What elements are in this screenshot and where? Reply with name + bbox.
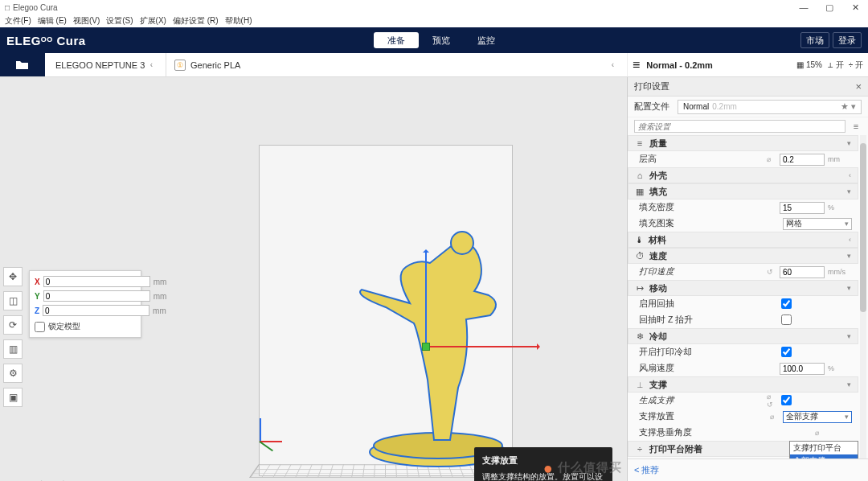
menu-help[interactable]: 帮助(H) [223,15,254,27]
model-object[interactable] [338,219,522,468]
tab-prepare[interactable]: 准备 [374,32,419,48]
watermark: ● 什么值得买 [543,459,622,478]
star-icon: ★ ▾ [841,101,856,112]
profile-summary-label: Normal - 0.2mm [640,60,713,70]
gizmo-origin[interactable] [422,343,430,351]
menu-edit[interactable]: 编辑 (E) [36,15,68,27]
setting-z-hop: 回抽时 Z 抬升 [639,314,776,326]
adhesion-icon: ÷ [635,444,645,454]
setting-infill-density: 填充密度 [639,202,764,213]
chevron-down-icon: ‹ [145,60,158,69]
profile-summary-icon: ≡ [628,58,640,72]
folder-icon [15,60,30,71]
link-icon[interactable]: ⌀ [815,429,825,437]
category-material[interactable]: 🌡材料‹ [628,232,858,248]
category-speed[interactable]: ⏱速度▾ [628,248,858,264]
z-hop-checkbox[interactable] [781,314,792,325]
viewport-3d[interactable]: ✥ ◫ ⟳ ▥ ⚙ ▣ Xmm Ymm Zmm 锁定模型 对象列表 街头霸王沙加… [0,77,627,481]
gizmo-x-axis[interactable] [426,346,538,347]
speed-icon: ⏱ [635,251,645,261]
support-icon: ⟂ [635,380,645,389]
setting-retraction: 启用回抽 [639,298,776,310]
search-settings-input[interactable] [634,120,845,133]
infill-pattern-select[interactable]: 网格 [783,218,852,230]
move-panel: Xmm Ymm Zmm 锁定模型 [29,270,141,338]
profile-selector[interactable]: Normal 0.2mm ★ ▾ [678,100,862,114]
category-support[interactable]: ⟂支撑▾ [628,376,858,393]
menu-view[interactable]: 视图(V) [72,15,101,27]
material-selector[interactable]: ① Generic PLA ‹ [166,53,627,76]
print-settings-summary[interactable]: ≡ Normal - 0.2mm 15% ⊥ 开 ÷ 开 [627,53,868,76]
svg-point-2 [451,232,473,254]
setting-overhang-angle: 支撑悬垂角度 [639,427,812,438]
category-travel[interactable]: ↦移动▾ [628,280,858,296]
setting-support-enable: 生成支撑 [639,395,764,406]
setting-support-placement: 支撑放置 [639,411,767,422]
category-quality[interactable]: ≡质量▾ [628,135,858,151]
dropdown-option-everywhere[interactable]: 全部支撑 [790,454,858,458]
tool-mirror[interactable]: ▥ [3,339,23,359]
support-summary: ⊥ 开 [827,60,844,71]
move-x-input[interactable] [43,276,150,287]
move-y-input[interactable] [43,290,150,302]
app-logo: ELEGOO Cura [6,34,86,47]
layer-height-input[interactable] [780,154,825,166]
retraction-checkbox[interactable] [781,298,792,309]
close-button[interactable]: ✕ [842,0,868,14]
menu-preferences[interactable]: 偏好设置 (R) [171,15,220,27]
link-icon[interactable]: ⌀ [770,413,780,421]
maximize-button[interactable]: ▢ [817,0,842,14]
category-cooling[interactable]: ❄冷却▾ [628,328,858,344]
move-z-input[interactable] [43,305,149,316]
recommended-link[interactable]: < 推荐 [634,464,659,476]
fan-speed-input[interactable] [780,363,825,375]
support-placement-select[interactable]: 全部支撑 [783,411,852,423]
close-settings-button[interactable]: × [855,80,862,92]
settings-visibility-menu[interactable]: ≡ [850,121,862,131]
window-title: Elegoo Cura [13,3,58,12]
settings-panel-title: 打印设置 [634,80,669,92]
support-placement-dropdown: 支撑打印平台 全部支撑 [789,441,858,458]
infill-icon: ▦ [635,187,645,197]
tool-move[interactable]: ✥ [3,267,23,286]
menu-settings[interactable]: 设置(S) [104,15,134,27]
setting-print-speed: 打印速度 [639,266,764,278]
support-enable-checkbox[interactable] [781,395,792,405]
category-walls[interactable]: ⌂外壳‹ [628,167,858,183]
setting-fan-enable: 开启打印冷却 [639,347,776,358]
infill-summary: 15% [796,60,822,69]
infill-density-input[interactable] [780,202,825,214]
minimize-button[interactable]: — [791,0,817,14]
material-name: Generic PLA [190,60,240,70]
link-icon[interactable]: ⌀ ↺ [767,393,776,409]
tab-monitor[interactable]: 监控 [464,32,509,48]
printer-selector[interactable]: ELEGOO NEPTUNE 3 ‹ [45,53,166,76]
print-speed-input[interactable] [780,266,825,278]
menu-extensions[interactable]: 扩展(X) [138,15,168,27]
tool-rotate[interactable]: ⟳ [3,315,23,335]
link-icon[interactable]: ⌀ [767,155,776,163]
category-infill[interactable]: ▦填充▾ [628,183,858,199]
profile-label: 配置文件 [634,101,678,113]
unit-mm: mm [154,278,167,286]
gizmo-y-axis[interactable] [425,251,427,347]
signin-button[interactable]: 登录 [833,32,862,48]
open-file-button[interactable] [0,53,45,76]
reset-icon[interactable]: ↺ [767,268,776,276]
travel-icon: ↦ [635,283,645,294]
walls-icon: ⌂ [635,171,645,180]
tool-scale[interactable]: ◫ [3,291,23,310]
tool-per-model[interactable]: ⚙ [3,364,23,383]
printer-name: ELEGOO NEPTUNE 3 [55,60,145,70]
chevron-down-icon: ‹ [607,60,619,69]
setting-infill-pattern: 填充图案 [639,218,767,229]
marketplace-button[interactable]: 市场 [800,32,829,48]
tab-preview[interactable]: 预览 [419,32,464,48]
extruder-icon: ① [174,60,186,71]
fan-enable-checkbox[interactable] [781,347,792,357]
lock-model-checkbox[interactable]: 锁定模型 [35,322,80,331]
menu-file[interactable]: 文件(F) [3,15,33,27]
dropdown-option-buildplate[interactable]: 支撑打印平台 [790,442,858,454]
settings-scrollbar[interactable] [860,135,866,458]
tool-support-blocker[interactable]: ▣ [3,388,23,407]
